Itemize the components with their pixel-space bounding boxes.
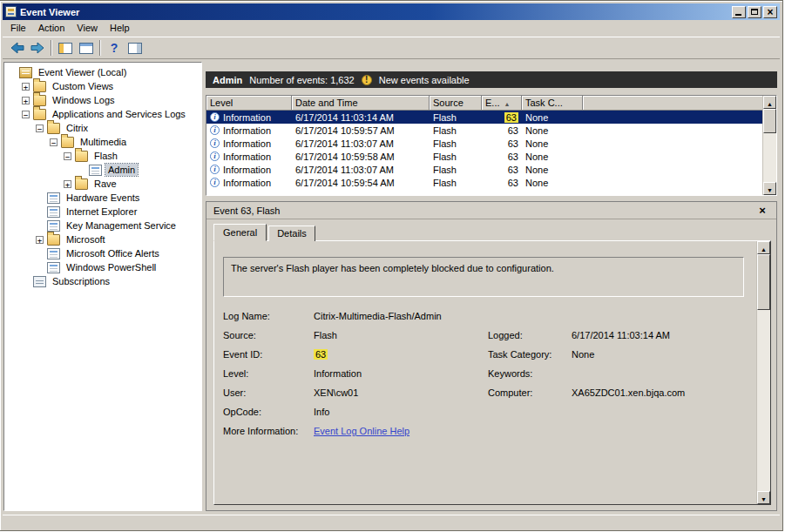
tree-item-label: Rave [91,178,119,190]
menu-file[interactable]: File [4,21,32,36]
scrollbar-thumb[interactable] [757,254,770,310]
expand-icon[interactable] [36,236,44,244]
logged-label: Logged: [488,330,572,340]
expand-icon[interactable] [22,83,30,91]
column-header-date-and-time[interactable]: Date and Time [292,96,430,111]
scroll-down-icon [767,184,773,194]
logged-value: 6/17/2014 11:03:14 AM [572,330,744,340]
detail-scrollbar[interactable] [756,241,770,504]
column-header-source[interactable]: Source [430,96,482,111]
column-header-level[interactable]: Level [206,96,292,111]
cell-source: Flash [430,178,482,188]
highlighted-event-id: 63 [504,112,518,123]
cell-source: Flash [430,165,482,175]
expand-icon[interactable] [64,180,71,188]
collapse-icon[interactable] [22,111,30,118]
event-row[interactable]: Information 6/17/2014 10:59:54 AM Flash … [206,176,776,189]
scroll-down-button[interactable] [763,182,776,195]
results-header: Admin Number of events: 1,632 New events… [206,71,777,88]
expand-icon[interactable] [22,97,30,104]
tree-item-rave[interactable]: Rave [4,177,201,191]
cell-source: Flash [430,125,482,136]
folder-icon [47,123,60,134]
opcode-value: Info [314,407,744,417]
tree-item-internet-explorer[interactable]: Internet Explorer [4,205,201,219]
show-action-pane-button[interactable] [125,38,145,57]
cell-event-id: 63 [482,138,522,149]
event-log-icon [47,262,60,273]
help-button[interactable]: ? [104,38,125,57]
event-row[interactable]: Information 6/17/2014 11:03:07 AM Flash … [206,163,776,176]
folder-icon [61,137,74,148]
tree-item-windows-powershell[interactable]: Windows PowerShell [4,260,201,274]
column-header-filler [583,96,776,111]
log-name-label: Log Name: [223,311,314,321]
event-viewer-window: Event Viewer File Action View Help ? [0,1,782,530]
event-row[interactable]: Information 6/17/2014 11:03:07 AM Flash … [206,137,776,150]
folder-icon [75,151,88,162]
results-pane: Admin Number of events: 1,632 New events… [206,62,779,511]
task-category-label: Task Category: [488,349,572,360]
tree-item-flash[interactable]: Flash [4,149,201,163]
tab-general[interactable]: General [213,224,267,241]
menu-view[interactable]: View [71,21,104,36]
event-description: The server's Flash player has been compl… [223,257,744,297]
more-information-value: Event Log Online Help [314,426,744,436]
forward-button[interactable] [27,38,48,57]
column-label: Source [433,98,464,108]
event-log-online-help-link[interactable]: Event Log Online Help [314,426,409,436]
event-row[interactable]: Information 6/17/2014 10:59:57 AM Flash … [206,124,776,137]
back-button[interactable] [6,38,27,57]
close-button[interactable] [763,6,777,18]
titlebar[interactable]: Event Viewer [3,3,780,20]
event-id-label: Event ID: [223,349,314,360]
user-value: XEN\cw01 [314,387,488,398]
tree-item-label: Hardware Events [64,192,142,204]
cell-event-id: 63 [482,152,522,162]
cell-task: None [522,125,583,136]
cell-event-id: 63 [482,165,522,175]
menu-help[interactable]: Help [104,21,136,36]
column-header-task-category[interactable]: Task C... [522,96,583,111]
cell-source: Flash [430,152,482,162]
log-name-value: Citrix-Multimedia-Flash/Admin [314,311,744,321]
preview-pane-title: Event 63, Flash [213,205,755,216]
task-category-value: None [572,349,744,360]
cell-event-id: 63 [482,178,522,188]
scroll-down-button[interactable] [757,491,770,504]
close-preview-button[interactable] [755,204,769,217]
collapse-icon[interactable] [36,125,44,132]
collapse-icon[interactable] [50,138,58,146]
maximize-button[interactable] [748,6,761,18]
tree-item-label: Microsoft [64,233,108,246]
scrollbar-thumb[interactable] [763,109,776,133]
tree-item-multimedia[interactable]: Multimedia [4,135,201,149]
tree-item-subscriptions[interactable]: Subscriptions [4,274,201,288]
show-console-tree-button[interactable] [55,38,76,57]
tree-item-microsoft[interactable]: Microsoft [4,232,201,246]
help-icon: ? [111,41,118,55]
menu-action[interactable]: Action [32,21,71,36]
collapse-icon[interactable] [64,152,71,160]
minimize-button[interactable] [732,6,746,18]
toolbar-separator [51,40,52,56]
tree-item-applications-and-services-logs[interactable]: Applications and Services Logs [4,107,201,121]
tree-item-hardware-events[interactable]: Hardware Events [4,191,201,205]
tree-item-citrix[interactable]: Citrix [4,121,201,135]
properties-button[interactable] [76,38,97,57]
folder-icon [33,81,46,92]
tree-item-key-management-service[interactable]: Key Management Service [4,219,201,232]
subscriptions-icon [33,276,46,287]
event-row[interactable]: Information 6/17/2014 11:03:14 AM Flash … [206,111,776,124]
folder-icon [33,109,46,120]
scroll-up-button[interactable] [757,241,770,254]
scroll-up-button[interactable] [763,96,776,109]
tree-item-microsoft-office-alerts[interactable]: Microsoft Office Alerts [4,246,201,260]
tree-item-admin[interactable]: Admin [4,163,201,177]
event-row[interactable]: Information 6/17/2014 10:59:58 AM Flash … [206,150,776,163]
event-list-scrollbar[interactable] [762,96,776,195]
cell-task: None [522,112,583,123]
window-controls [732,6,777,18]
tab-details[interactable]: Details [268,226,315,241]
column-header-event-id[interactable]: E... [482,96,522,111]
